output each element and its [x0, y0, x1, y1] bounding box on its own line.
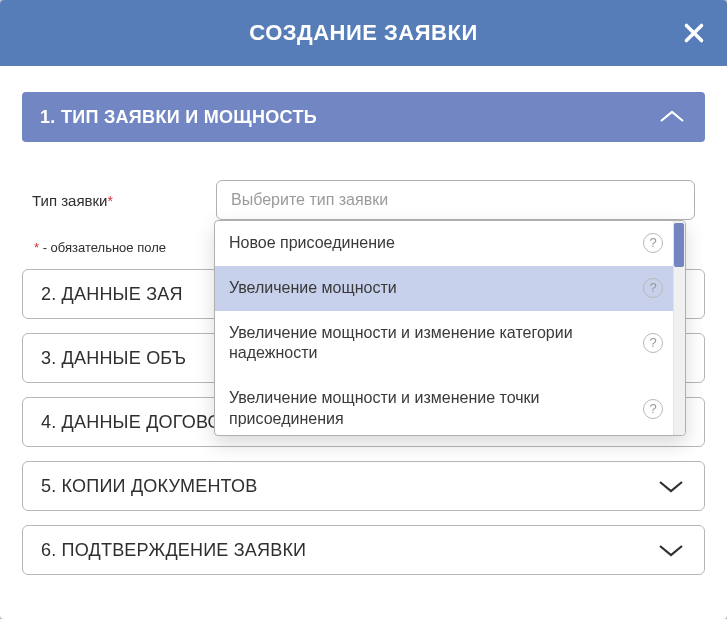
chevron-down-icon — [656, 476, 686, 496]
accordion-header-document-copies[interactable]: 5. КОПИИ ДОКУМЕНТОВ — [22, 461, 705, 511]
modal-title: СОЗДАНИЕ ЗАЯВКИ — [249, 20, 477, 46]
help-icon[interactable]: ? — [643, 278, 663, 298]
application-type-dropdown: Новое присоединение ? Увеличение мощност… — [214, 220, 686, 436]
close-button[interactable] — [681, 20, 707, 46]
select-placeholder: Выберите тип заявки — [231, 191, 388, 209]
dropdown-option-increase-power[interactable]: Увеличение мощности ? — [215, 266, 679, 311]
accordion-title: 5. КОПИИ ДОКУМЕНТОВ — [41, 476, 257, 497]
close-icon — [681, 20, 707, 46]
dropdown-option-label: Увеличение мощности и изменение категори… — [229, 323, 633, 365]
help-icon[interactable]: ? — [643, 233, 663, 253]
help-icon[interactable]: ? — [643, 333, 663, 353]
dropdown-option-new-connection[interactable]: Новое присоединение ? — [215, 221, 679, 266]
accordion-title: 1. ТИП ЗАЯВКИ И МОЩНОСТЬ — [40, 107, 317, 128]
dropdown-list: Новое присоединение ? Увеличение мощност… — [215, 221, 679, 435]
field-label: Тип заявки* — [32, 192, 192, 209]
accordion-title: 6. ПОДТВЕРЖДЕНИЕ ЗАЯВКИ — [41, 540, 306, 561]
help-icon[interactable]: ? — [643, 399, 663, 419]
dropdown-option-increase-power-reliability[interactable]: Увеличение мощности и изменение категори… — [215, 311, 679, 377]
section1-content: Тип заявки* Выберите тип заявки * - обяз… — [22, 156, 705, 259]
dropdown-option-label: Увеличение мощности — [229, 278, 633, 299]
required-note-text: - обязательное поле — [39, 240, 166, 255]
field-row-application-type: Тип заявки* Выберите тип заявки — [32, 180, 695, 220]
chevron-up-icon — [657, 107, 687, 127]
application-type-select[interactable]: Выберите тип заявки — [216, 180, 695, 220]
dropdown-option-increase-power-connection-point[interactable]: Увеличение мощности и изменение точки пр… — [215, 376, 679, 435]
accordion-title: 2. ДАННЫЕ ЗАЯ — [41, 284, 183, 305]
field-label-text: Тип заявки — [32, 192, 107, 209]
scrollbar-thumb[interactable] — [674, 223, 684, 267]
dropdown-option-label: Новое присоединение — [229, 233, 633, 254]
accordion-header-type-and-power[interactable]: 1. ТИП ЗАЯВКИ И МОЩНОСТЬ — [22, 92, 705, 142]
chevron-down-icon — [656, 540, 686, 560]
required-star: * — [107, 193, 112, 209]
dropdown-option-label: Увеличение мощности и изменение точки пр… — [229, 388, 633, 430]
modal-create-request: СОЗДАНИЕ ЗАЯВКИ 1. ТИП ЗАЯВКИ И МОЩНОСТЬ… — [0, 0, 727, 619]
dropdown-scrollbar[interactable] — [673, 221, 685, 435]
modal-body: 1. ТИП ЗАЯВКИ И МОЩНОСТЬ Тип заявки* Выб… — [0, 66, 727, 611]
modal-header: СОЗДАНИЕ ЗАЯВКИ — [0, 0, 727, 66]
accordion-header-confirmation[interactable]: 6. ПОДТВЕРЖДЕНИЕ ЗАЯВКИ — [22, 525, 705, 575]
accordion-title: 3. ДАННЫЕ ОБЪ — [41, 348, 186, 369]
